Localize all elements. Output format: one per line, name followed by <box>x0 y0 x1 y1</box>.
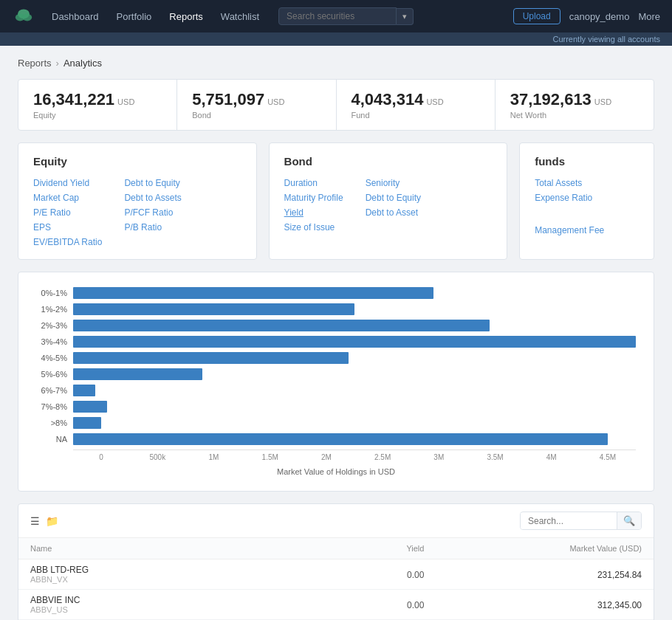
more-menu[interactable]: More <box>638 11 660 22</box>
stat-card-networth: 37,192,613 USD Net Worth <box>496 80 654 130</box>
link-bond-debt-equity[interactable]: Debt to Equity <box>366 193 421 203</box>
cell-ticker: ABBN_VX <box>30 575 330 584</box>
data-table: Name Yield Market Value (USD) ABB LTD-RE… <box>18 538 654 620</box>
col-name: Name <box>18 538 342 559</box>
stat-card-equity: 16,341,221 USD Equity <box>18 80 177 130</box>
toolbar-icons: ☰ 📁 <box>30 515 58 527</box>
bond-value: 5,751,097 USD <box>192 90 320 109</box>
table-search-button[interactable]: 🔍 <box>617 512 641 529</box>
navbar-search: ▾ <box>278 7 414 25</box>
viewing-bar: Currently viewing all accounts <box>0 32 672 46</box>
category-funds: funds Total Assets Expense Ratio Managem… <box>519 142 654 260</box>
stat-cards: 16,341,221 USD Equity 5,751,097 USD Bond… <box>18 79 654 131</box>
fund-label: Fund <box>352 111 480 120</box>
nav-portfolio[interactable]: Portfolio <box>109 8 160 25</box>
link-debt-equity[interactable]: Debt to Equity <box>124 178 181 188</box>
category-bond: Bond Duration Maturity Profile Yield Siz… <box>269 142 508 260</box>
stat-card-bond: 5,751,097 USD Bond <box>177 80 336 130</box>
link-pe-ratio[interactable]: P/E Ratio <box>33 207 102 218</box>
link-maturity[interactable]: Maturity Profile <box>284 193 343 203</box>
upload-button[interactable]: Upload <box>513 8 560 24</box>
cell-ticker: ABBV_US <box>30 605 330 614</box>
chart-xlabel: Market Value of Holdings in USD <box>36 467 636 476</box>
link-total-assets[interactable]: Total Assets <box>535 178 592 188</box>
funds-title: funds <box>535 155 639 168</box>
link-yield[interactable]: Yield <box>284 207 343 218</box>
link-debt-assets[interactable]: Debt to Assets <box>124 193 181 203</box>
svg-point-2 <box>22 14 32 21</box>
equity-label: Equity <box>33 111 162 120</box>
table-card: ☰ 📁 🔍 Name Yield Market Value (USD) ABB … <box>18 503 654 620</box>
link-size-issue[interactable]: Size of Issue <box>284 222 343 232</box>
breadcrumb-current: Analytics <box>64 58 102 69</box>
category-row: Equity Dividend Yield Market Cap P/E Rat… <box>18 142 654 260</box>
table-row: ABBVIE INC ABBV_US 0.00 312,345.00 <box>18 590 654 620</box>
link-duration[interactable]: Duration <box>284 178 343 188</box>
bond-title: Bond <box>284 155 493 168</box>
stat-card-fund: 4,043,314 USD Fund <box>337 80 496 130</box>
table-toolbar: ☰ 📁 🔍 <box>18 504 654 538</box>
table-search-input[interactable] <box>521 513 617 529</box>
navbar-right: Upload canopy_demo More <box>513 8 660 24</box>
networth-value: 37,192,613 USD <box>510 90 639 109</box>
breadcrumb-parent[interactable]: Reports <box>18 58 52 69</box>
cell-name: ABB LTD-REG <box>30 565 330 575</box>
fund-value: 4,043,314 USD <box>352 90 480 109</box>
cell-yield: 0.00 <box>407 570 424 580</box>
bond-links: Duration Maturity Profile Yield Size of … <box>284 178 493 232</box>
table-row: ABB LTD-REG ABBN_VX 0.00 231,254.84 <box>18 559 654 590</box>
cell-mv: 312,345.00 <box>597 600 642 610</box>
link-expense-ratio[interactable]: Expense Ratio <box>535 193 592 203</box>
folder-icon[interactable]: 📁 <box>46 515 58 527</box>
link-dividend-yield[interactable]: Dividend Yield <box>33 178 102 188</box>
link-management-fee[interactable]: Management Fee <box>535 225 604 235</box>
equity-value: 16,341,221 USD <box>33 90 162 109</box>
col-mv: Market Value (USD) <box>436 538 654 559</box>
navbar: Dashboard Portfolio Reports Watchlist ▾ … <box>0 0 672 32</box>
funds-links: Total Assets Expense Ratio Management Fe… <box>535 178 639 235</box>
canopy-logo <box>12 4 35 28</box>
link-eps[interactable]: EPS <box>33 222 102 232</box>
equity-title: Equity <box>33 155 241 168</box>
bar-chart: 0%-1% 1%-2% 2%-3% 3%-4% 4%-5% 5%-6% 6%-7… <box>36 287 636 445</box>
user-label: canopy_demo <box>569 11 630 22</box>
nav-dashboard[interactable]: Dashboard <box>44 8 106 25</box>
equity-links: Dividend Yield Market Cap P/E Ratio EPS … <box>33 178 241 247</box>
cell-name: ABBVIE INC <box>30 595 330 605</box>
networth-label: Net Worth <box>510 111 639 120</box>
link-bond-seniority[interactable]: Seniority <box>366 178 421 188</box>
search-dropdown-btn[interactable]: ▾ <box>397 8 414 25</box>
chart-xaxis: 0 500k 1M 1.5M 2M 2.5M 3M 3.5M 4M 4.5M <box>73 450 636 461</box>
link-pfcf-ratio[interactable]: P/FCF Ratio <box>124 207 181 218</box>
filter-icon[interactable]: ☰ <box>30 515 40 527</box>
chart-card: 0%-1% 1%-2% 2%-3% 3%-4% 4%-5% 5%-6% 6%-7… <box>18 272 654 492</box>
cell-mv: 231,254.84 <box>597 570 642 580</box>
cell-yield: 0.00 <box>407 600 424 610</box>
breadcrumb-separator: › <box>56 58 59 69</box>
col-yield: Yield <box>342 538 436 559</box>
link-pb-ratio[interactable]: P/B Ratio <box>124 222 181 232</box>
nav-watchlist[interactable]: Watchlist <box>213 8 267 25</box>
table-search: 🔍 <box>520 512 642 530</box>
link-bond-debt-asset[interactable]: Debt to Asset <box>366 207 421 218</box>
nav-links: Dashboard Portfolio Reports Watchlist <box>44 8 267 25</box>
nav-reports[interactable]: Reports <box>162 8 210 25</box>
breadcrumb: Reports › Analytics <box>18 58 654 69</box>
category-equity: Equity Dividend Yield Market Cap P/E Rat… <box>18 142 257 260</box>
bond-label: Bond <box>192 111 320 120</box>
link-market-cap[interactable]: Market Cap <box>33 193 102 203</box>
search-input[interactable] <box>278 7 397 25</box>
link-ev-ebitda[interactable]: EV/EBITDA Ratio <box>33 237 102 247</box>
